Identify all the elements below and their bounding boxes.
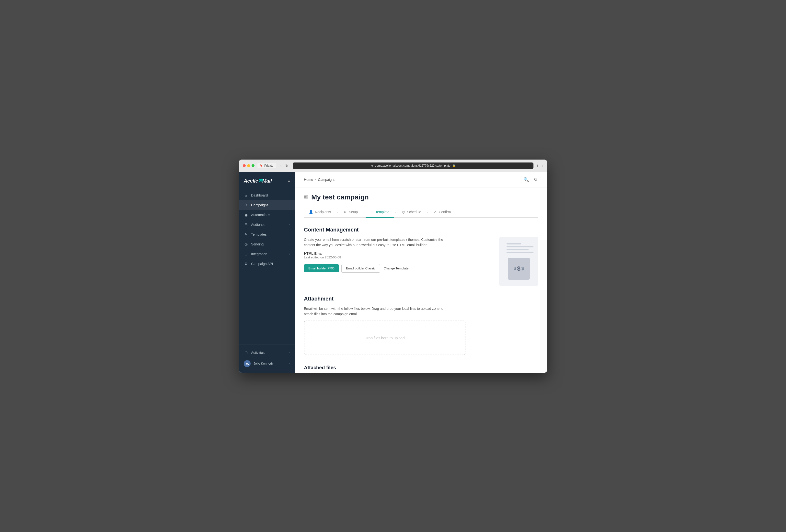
breadcrumb-home[interactable]: Home (304, 178, 313, 182)
integration-icon: ⊡ (244, 252, 248, 256)
step-separator: › (394, 210, 397, 214)
email-builder-pro-button[interactable]: Email builder PRO (304, 264, 339, 272)
dollar-signs: $ $ $ (514, 265, 524, 272)
step-separator: › (426, 210, 429, 214)
sidebar-item-automations[interactable]: ◉ Automations (239, 210, 295, 220)
wizard-step-label: Confirm (439, 210, 451, 214)
schedule-step-icon: ◷ (402, 210, 405, 214)
breadcrumb-campaigns: Campaigns (318, 178, 335, 182)
refresh-cw-button[interactable]: ↻ (533, 176, 538, 183)
close-button[interactable] (243, 164, 246, 167)
minimize-button[interactable] (247, 164, 250, 167)
file-drop-zone[interactable]: Drop files here to upload (304, 321, 465, 355)
share-button[interactable]: ⬆ (536, 164, 539, 168)
content-management-title: Content Management (304, 227, 538, 233)
api-icon: ⚙ (244, 261, 248, 266)
sidebar-item-label: Templates (251, 232, 267, 236)
sidebar-item-label: Automations (251, 213, 270, 217)
dollar-sign-left: $ (514, 266, 516, 271)
browser-tab[interactable]: 🔖 Private (257, 163, 276, 168)
activities-label: Activities (251, 351, 264, 354)
content-management-actions: Email builder PRO Email builder Classic … (304, 264, 489, 273)
sidebar-item-label: Audience (251, 223, 265, 227)
template-step-icon: ⊞ (370, 210, 373, 214)
wizard-step-schedule[interactable]: ◷ Schedule (397, 207, 426, 217)
top-bar: Home › Campaigns 🔍 ↻ (295, 172, 547, 187)
page-title: ✉ My test campaign (304, 193, 538, 201)
app-layout: Acelle✉Mail ≡ ⌂ Dashboard ✈ Campaigns ◉ … (239, 172, 547, 373)
wizard-step-label: Setup (349, 210, 358, 214)
attachment-title: Attachment (304, 296, 538, 302)
wizard-step-label: Recipients (315, 210, 331, 214)
wizard-step-setup[interactable]: ⚙ Setup (339, 207, 363, 217)
thumb-line (507, 246, 533, 248)
browser-window: 🔖 Private ‹ ↻ M demo.acellemail.com/camp… (239, 160, 547, 373)
sidebar-item-sending[interactable]: ◷ Sending › (239, 239, 295, 249)
search-button[interactable]: 🔍 (523, 176, 530, 183)
sidebar-item-user[interactable]: JK Jolie Kennedy › (239, 357, 295, 370)
sidebar-item-label: Sending (251, 242, 263, 246)
thumbnail-image: $ $ $ (508, 258, 530, 280)
site-icon: M (371, 164, 373, 167)
content-management-inner: Create your email from scratch or start … (304, 237, 538, 286)
lock-icon: 🔒 (453, 164, 456, 167)
user-avatar: JK (244, 360, 251, 367)
content-management-desc: Create your email from scratch or start … (304, 237, 451, 248)
audience-icon: ⊞ (244, 223, 248, 227)
sidebar-item-campaigns[interactable]: ✈ Campaigns (239, 200, 295, 210)
step-separator: › (336, 210, 339, 214)
sidebar-item-label: Campaign API (251, 262, 273, 266)
sidebar-menu-icon[interactable]: ≡ (288, 179, 290, 183)
url-text: demo.acellemail.com/campaigns/612779c222… (375, 164, 450, 167)
email-last-edited: Last edited on 2022-06-08 (304, 255, 489, 259)
thumbnail-lines (507, 243, 531, 255)
browser-chrome: 🔖 Private ‹ ↻ M demo.acellemail.com/camp… (239, 160, 547, 172)
thumb-line (507, 252, 533, 253)
user-initials: JK (246, 362, 249, 365)
campaign-icon: ✉ (304, 194, 308, 201)
address-bar[interactable]: M demo.acellemail.com/campaigns/612779c2… (293, 162, 533, 169)
content-management-section: Content Management Create your email fro… (304, 227, 538, 286)
sidebar-logo: Acelle✉Mail ≡ (239, 172, 295, 189)
sidebar-item-dashboard[interactable]: ⌂ Dashboard (239, 191, 295, 200)
sidebar-item-activities[interactable]: ◷ Activities ↗ (239, 348, 295, 357)
chevron-right-icon: › (289, 223, 290, 226)
sidebar-item-integration[interactable]: ⊡ Integration › (239, 249, 295, 259)
attachment-desc: Email will be sent with the follow files… (304, 306, 451, 317)
recipients-step-icon: 👤 (309, 210, 313, 214)
setup-step-icon: ⚙ (344, 210, 347, 214)
wizard-step-label: Schedule (407, 210, 421, 214)
sidebar-item-audience[interactable]: ⊞ Audience › (239, 220, 295, 230)
sidebar-nav: ⌂ Dashboard ✈ Campaigns ◉ Automations ⊞ … (239, 189, 295, 345)
email-info: HTML Email Last edited on 2022-06-08 (304, 252, 489, 259)
drop-zone-text: Drop files here to upload (365, 336, 404, 340)
new-tab-button[interactable]: + (541, 164, 543, 168)
dollar-sign-right: $ (522, 266, 524, 271)
sidebar-item-campaign-api[interactable]: ⚙ Campaign API (239, 259, 295, 269)
tab-icon: 🔖 (260, 164, 263, 167)
external-link-icon: ↗ (288, 351, 290, 354)
wizard-step-confirm[interactable]: ✓ Confirm (429, 207, 456, 217)
change-template-button[interactable]: Change Template (383, 264, 410, 272)
wizard-step-recipients[interactable]: 👤 Recipients (304, 207, 336, 217)
wizard-step-template[interactable]: ⊞ Template (366, 207, 394, 218)
email-type-label: HTML Email (304, 252, 489, 255)
maximize-button[interactable] (252, 164, 254, 167)
home-icon: ⌂ (244, 193, 248, 198)
email-builder-classic-button[interactable]: Email builder Classic (341, 264, 380, 273)
browser-actions: ⬆ + (536, 164, 543, 168)
back-button[interactable]: ‹ (279, 163, 283, 169)
traffic-lights (243, 164, 254, 167)
refresh-button[interactable]: ↻ (284, 163, 290, 169)
logo-text: Acelle✉Mail (244, 178, 272, 184)
sidebar: Acelle✉Mail ≡ ⌂ Dashboard ✈ Campaigns ◉ … (239, 172, 295, 373)
page-content: ✉ My test campaign 👤 Recipients › ⚙ Setu… (295, 187, 547, 373)
step-separator: › (363, 210, 366, 214)
breadcrumb-separator: › (315, 178, 316, 181)
content-management-left: Create your email from scratch or start … (304, 237, 489, 273)
attached-files-title: Attached files (304, 365, 538, 370)
email-preview-thumbnail: $ $ $ (499, 237, 538, 286)
wizard-step-label: Template (375, 210, 389, 214)
sidebar-item-templates[interactable]: ✎ Templates (239, 230, 295, 239)
dollar-sign-center: $ (517, 265, 520, 272)
